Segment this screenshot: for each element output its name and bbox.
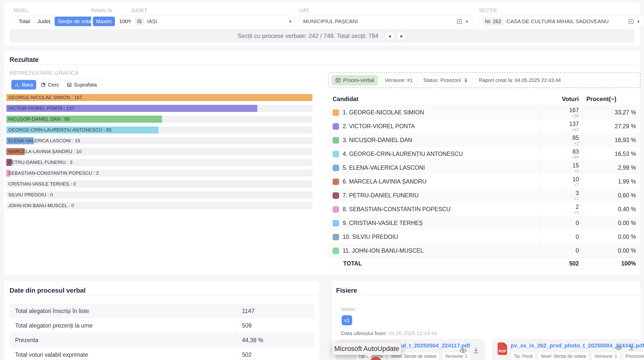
versiune-chip[interactable]: Versiune: #1 <box>381 75 416 85</box>
candidate-cell: 10. SILVIU PREDOIU <box>329 234 541 240</box>
file-chip-versiune-1: Versiune: 1 <box>591 352 620 360</box>
next-section-button[interactable]: ▶ <box>397 31 406 41</box>
bar-row-elena-valerica-lasconi: ELENA-VALERICA LASCONI : 15 <box>6 137 312 144</box>
sectie-badge: Nr. 262 <box>483 17 503 26</box>
candidate-cell: 6. MARCELA-LAVINIA ȘANDRU <box>329 178 541 185</box>
option-total[interactable]: Total <box>15 17 33 26</box>
prev-section-button[interactable]: ◀ <box>385 31 394 41</box>
option-jude[interactable]: Județ <box>34 17 53 26</box>
percent-cell: 0.00 % <box>582 216 640 230</box>
file-chip-nivel-sec-ie-de-votare: Nivel: Secție de votare <box>538 352 589 360</box>
judet-label: JUDEȚ <box>131 8 296 13</box>
percent-value: 0.00 % <box>582 234 636 240</box>
clear-icon[interactable] <box>457 19 462 24</box>
percent-cell: 1,99 % <box>582 175 640 189</box>
version-chip-v1[interactable]: v1 <box>342 315 352 325</box>
bar-row-george-nicolae-simion: GEORGE-NICOLAE SIMION : 167 <box>6 94 312 101</box>
candidate-cell: 5. ELENA-VALERICA LASCONI <box>329 164 541 171</box>
votes-delta: +68 <box>541 155 579 160</box>
bar-row-george-crin-lauren-iu-antonescu: GEORGE-CRIN-LAURENȚIU ANTONESCU : 83 <box>6 126 312 133</box>
pv-data-panel: Date din procesul verbal Total alegatori… <box>4 281 319 360</box>
candidate-name: 10. SILVIU PREDOIU <box>343 234 398 240</box>
votes-value: 167 <box>541 107 579 114</box>
uat-select[interactable]: MUNICIPIUL PAȘCANI ▼ <box>299 16 472 27</box>
bar-row-silviu-predoiu: SILVIU PREDOIU : 0 <box>6 191 312 198</box>
candidate-color-swatch <box>333 220 339 227</box>
candidate-name: 3. NICUȘOR-DANIEL DAN <box>343 137 412 144</box>
bar-label: SILVIU PREDOIU : 0 <box>8 192 53 198</box>
bar-label: MARCELA-LAVINIA ȘANDRU : 10 <box>8 149 82 154</box>
votes-delta: +5 <box>541 169 579 173</box>
candidate-name: 5. ELENA-VALERICA LASCONI <box>343 164 425 171</box>
relativ-label: Relativ la: <box>91 8 138 13</box>
option-cerc[interactable]: Cerc <box>37 80 62 89</box>
divider <box>332 295 640 296</box>
filter-judet: JUDEȚ IS IAȘI ▼ <box>131 8 296 27</box>
bar-chart-icon <box>15 82 20 87</box>
votes-delta: +2 <box>541 210 579 215</box>
votes-value: 0 <box>541 247 579 254</box>
bar-row-nicu-or-daniel-dan: NICUȘOR-DANIEL DAN : 85 <box>6 116 312 123</box>
sectie-select[interactable]: Nr. 262 CASA DE CULTURA MIHAIL SADOVEANU… <box>479 16 644 27</box>
candidate-color-swatch <box>333 109 339 116</box>
chart-zone-label: REPREZENTARE GRAFICĂ <box>10 70 324 76</box>
pie-chart-icon <box>41 82 46 87</box>
candidate-cell: 7. PETRU-DANIEL FUNERIU <box>329 192 541 199</box>
option-maxim[interactable]: Maxim <box>93 17 115 26</box>
candidate-cell: 8. SEBASTIAN-CONSTANTIN POPESCU <box>329 206 541 213</box>
candidate-color-swatch <box>333 165 339 171</box>
treemap-icon <box>67 82 72 87</box>
candidate-color-swatch <box>333 137 339 144</box>
table-row-george-nicolae-simion: 1. GEORGE-NICOLAE SIMION167+3033,27 % <box>329 106 640 119</box>
results-table: Candidat Voturi Procent(~) 1. GEORGE-NIC… <box>329 93 640 269</box>
bar-label: JOHN-ION BANU-MUSCEL : 0 <box>8 203 74 208</box>
nivel-label: NIVEL: <box>14 8 101 13</box>
option-bara[interactable]: Bara <box>11 80 36 89</box>
candidate-color-swatch <box>333 123 339 130</box>
candidate-name: 4. GEORGE-CRIN-LAURENȚIU ANTONESCU <box>343 151 463 157</box>
relativ-segmented: Maxim100% <box>91 16 138 27</box>
percent-cell: 0.00 % <box>582 230 640 244</box>
chevron-down-icon[interactable]: ▼ <box>465 19 469 24</box>
bar-row-john-ion-banu-muscel: JOHN-ION BANU-MUSCEL : 0 <box>6 202 312 209</box>
stamp-icon <box>463 78 468 83</box>
percent-value: 0,60 % <box>582 192 636 199</box>
chart-zone: REPREZENTARE GRAFICĂ BaraCercSuprafata <box>10 70 324 91</box>
clear-icon[interactable] <box>628 19 634 24</box>
option-suprafata[interactable]: Suprafata <box>63 80 100 89</box>
pv-data-value: 509 <box>236 318 314 333</box>
candidate-name: 1. GEORGE-NICOLAE SIMION <box>343 109 424 116</box>
pv-data-value: 1147 <box>236 304 314 318</box>
judet-select[interactable]: IS IAȘI ▼ <box>131 16 296 27</box>
votes-delta: +52 <box>541 127 579 132</box>
percent-value: 27,29 % <box>582 123 636 130</box>
filter-sectie: SECȚIE Nr. 262 CASA DE CULTURA MIHAIL SA… <box>479 8 644 27</box>
sections-info-text: Secții cu procese verbale: 242 / 748. To… <box>238 32 379 39</box>
votes-delta: +7 <box>541 183 579 187</box>
download-icon[interactable] <box>628 344 635 351</box>
preview-eye-icon[interactable] <box>615 344 622 351</box>
candidate-cell: 4. GEORGE-CRIN-LAURENȚIU ANTONESCU <box>329 151 541 157</box>
results-panel: Rezultate REPREZENTARE GRAFICĂ BaraCercS… <box>4 50 640 275</box>
pv-data-row-total-voturi-valabil-exprimate: Total voturi valabil exprimate502 <box>10 347 314 360</box>
votes-value: 15 <box>541 162 579 169</box>
judet-badge: IS <box>135 17 144 26</box>
chevron-down-icon[interactable]: ▼ <box>288 19 292 24</box>
divider <box>4 295 319 296</box>
chevron-down-icon[interactable]: ▼ <box>636 19 640 24</box>
candidate-cell: 2. VICTOR-VIOREL PONTA <box>329 123 541 130</box>
download-icon[interactable] <box>472 347 479 354</box>
votes-cell: 3+1 <box>541 189 582 202</box>
candidate-name: 2. VICTOR-VIOREL PONTA <box>343 123 415 130</box>
macos-tooltip: Microsoft AutoUpdate <box>332 342 401 355</box>
votes-value: 0 <box>541 234 579 240</box>
tab-proces-verbal[interactable]: Proces-verbal <box>332 75 378 85</box>
preview-eye-icon[interactable] <box>459 347 467 354</box>
votes-value: 2 <box>541 204 579 210</box>
filter-nivel: NIVEL: TotalJudețSecție de votare <box>14 8 101 27</box>
votes-cell: 167+30 <box>541 106 582 119</box>
percent-value: 1,99 % <box>582 178 636 185</box>
percent-cell: 27,29 % <box>582 119 640 133</box>
percent-value: 0,40 % <box>582 206 636 213</box>
table-row-nicu-or-daniel-dan: 3. NICUȘOR-DANIEL DAN85+216,93 % <box>329 133 640 147</box>
